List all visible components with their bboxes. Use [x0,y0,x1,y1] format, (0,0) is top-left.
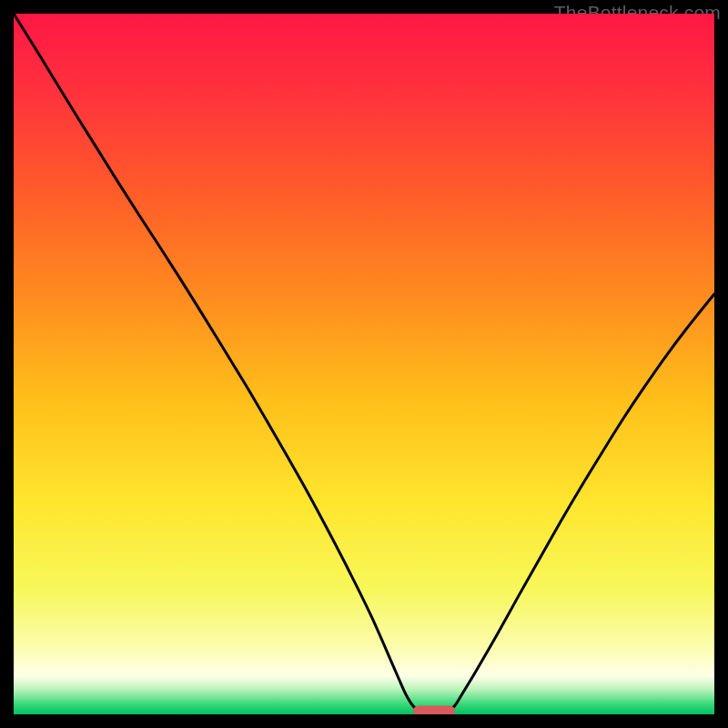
plot-area [14,14,714,714]
gradient-background [14,14,714,714]
chart-frame: TheBottleneck.com [0,0,728,728]
chart-svg [14,14,714,714]
optimum-marker [413,705,455,714]
